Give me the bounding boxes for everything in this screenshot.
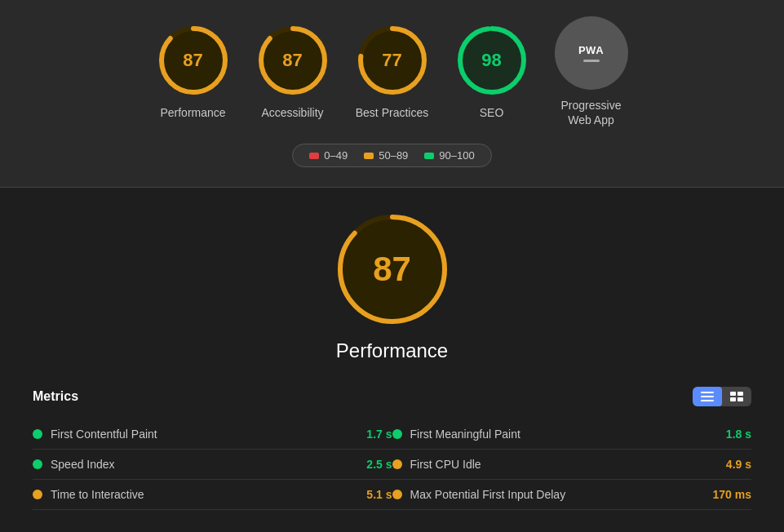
metric-dot-2	[33, 459, 42, 469]
metric-row: Speed Index2.5 s	[33, 450, 392, 480]
legend: 0–4950–8990–100	[292, 144, 491, 167]
metric-value-0: 1.7 s	[366, 428, 392, 441]
pwa-text: PWA	[578, 44, 604, 56]
legend-dot-high	[424, 153, 434, 159]
gauge-performance: 87	[157, 24, 230, 97]
metrics-column-right: First Meaningful Paint1.8 sFirst CPU Idl…	[392, 419, 752, 510]
grid-view-button[interactable]	[722, 387, 751, 406]
metric-name-5: Max Potential First Input Delay	[410, 488, 705, 501]
metric-row: Max Potential First Input Delay170 ms	[392, 480, 752, 510]
legend-range-medium: 50–89	[379, 149, 408, 162]
gauge-value-performance: 87	[183, 50, 202, 71]
legend-item-high: 90–100	[424, 149, 474, 162]
metric-value-1: 1.8 s	[726, 428, 751, 441]
legend-range-low: 0–49	[324, 149, 348, 162]
metrics-header: Metrics	[33, 387, 751, 406]
score-card-seo[interactable]: 98SEO	[455, 24, 529, 120]
gauge-value-seo: 98	[481, 50, 501, 71]
pwa-dash-icon	[583, 60, 600, 62]
pwa-label: ProgressiveWeb App	[561, 98, 622, 127]
score-card-best-practices[interactable]: 77Best Practices	[356, 24, 429, 120]
metric-value-2: 2.5 s	[366, 458, 392, 471]
list-icon	[701, 392, 714, 401]
metrics-column-left: First Contentful Paint1.7 sSpeed Index2.…	[33, 419, 392, 510]
main-score-label: Performance	[336, 339, 448, 362]
score-cards: 87Performance87Accessibility77Best Pract…	[157, 16, 628, 127]
view-toggle	[693, 387, 751, 406]
metric-name-0: First Contentful Paint	[51, 428, 358, 441]
metric-dot-4	[33, 490, 42, 499]
metric-name-3: First CPU Idle	[410, 458, 718, 471]
list-view-button[interactable]	[693, 387, 722, 406]
metric-row: First CPU Idle4.9 s	[392, 450, 752, 480]
score-label-best-practices: Best Practices	[356, 105, 428, 120]
legend-dot-medium	[364, 153, 374, 159]
bottom-section: 87 Performance Metrics First Contentful …	[0, 188, 784, 526]
legend-item-medium: 50–89	[364, 149, 408, 162]
legend-dot-low	[309, 153, 319, 159]
metrics-title: Metrics	[33, 389, 78, 404]
metric-row: First Meaningful Paint1.8 s	[392, 419, 752, 450]
pwa-badge: PWA	[555, 16, 628, 90]
metric-dot-1	[392, 429, 402, 439]
main-gauge-value: 87	[373, 250, 411, 289]
legend-item-low: 0–49	[309, 149, 348, 162]
metric-row: Time to Interactive5.1 s	[33, 480, 392, 510]
score-label-accessibility: Accessibility	[261, 105, 323, 120]
metric-value-3: 4.9 s	[726, 458, 751, 471]
metric-name-4: Time to Interactive	[51, 488, 358, 501]
grid-icon	[730, 392, 743, 401]
gauge-best-practices: 77	[356, 24, 429, 97]
score-label-performance: Performance	[160, 105, 225, 120]
score-card-performance[interactable]: 87Performance	[157, 24, 230, 120]
gauge-accessibility: 87	[256, 24, 330, 97]
metrics-grid: First Contentful Paint1.7 sSpeed Index2.…	[33, 419, 751, 510]
metric-dot-5	[392, 490, 402, 499]
top-section: 87Performance87Accessibility77Best Pract…	[0, 0, 784, 188]
legend-range-high: 90–100	[439, 149, 474, 162]
metric-dot-3	[392, 459, 402, 469]
score-label-seo: SEO	[480, 105, 504, 120]
metric-name-2: Speed Index	[51, 458, 358, 471]
metric-value-4: 5.1 s	[366, 488, 392, 501]
score-card-accessibility[interactable]: 87Accessibility	[256, 24, 330, 120]
gauge-value-best-practices: 77	[382, 50, 401, 71]
gauge-value-accessibility: 87	[282, 50, 302, 71]
gauge-seo: 98	[455, 24, 529, 97]
metric-value-5: 170 ms	[713, 488, 751, 501]
main-gauge: 87	[335, 212, 450, 326]
main-gauge-area: 87 Performance	[33, 212, 751, 362]
metric-dot-0	[33, 429, 42, 439]
metric-row: First Contentful Paint1.7 s	[33, 419, 392, 450]
metric-name-1: First Meaningful Paint	[410, 428, 718, 441]
score-card-pwa[interactable]: PWAProgressiveWeb App	[555, 16, 628, 127]
